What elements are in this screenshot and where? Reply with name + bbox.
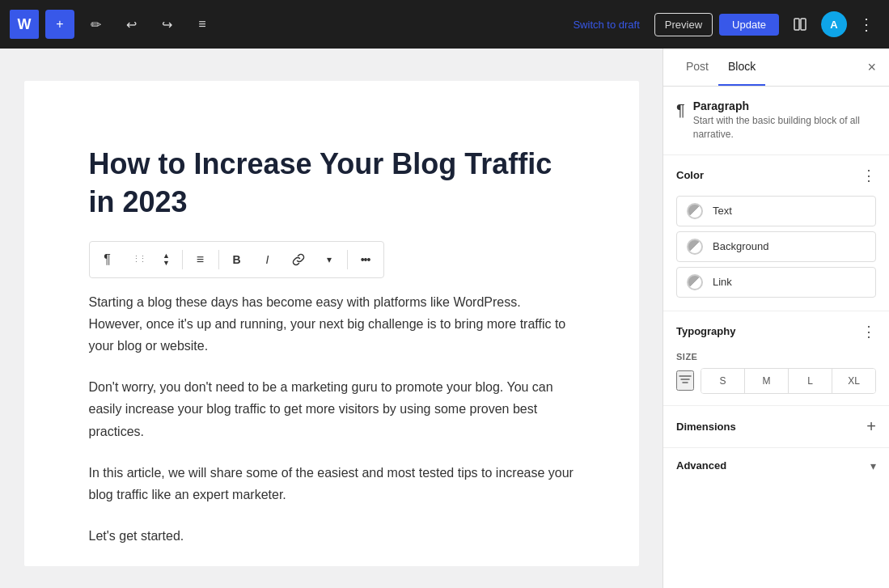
svg-rect-1 — [801, 19, 806, 30]
color-section-header: Color ⋮ — [663, 155, 889, 196]
update-button[interactable]: Update — [719, 14, 779, 36]
toolbar-divider-1 — [182, 250, 183, 269]
bold-button[interactable]: B — [222, 245, 252, 274]
advanced-section-header[interactable]: Advanced ▾ — [663, 448, 889, 484]
link-button[interactable] — [284, 245, 313, 274]
color-label-link: Link — [713, 276, 732, 288]
sidebar-close-button[interactable]: × — [867, 59, 876, 76]
size-xl-button[interactable]: XL — [832, 369, 875, 393]
color-swatch-text — [687, 203, 703, 219]
sidebar-tabs: Post Block × — [663, 49, 889, 87]
editor-canvas: How to Increase Your Blog Traffic in 202… — [24, 81, 639, 566]
color-label-background: Background — [713, 240, 768, 252]
block-info: ¶ Paragraph Start with the basic buildin… — [663, 87, 889, 155]
size-controls: S M L XL — [663, 368, 889, 394]
color-label-text: Text — [713, 205, 732, 217]
preview-button[interactable]: Preview — [654, 13, 713, 36]
italic-button[interactable]: I — [253, 245, 282, 274]
tab-post[interactable]: Post — [676, 49, 718, 86]
typography-section: Typography ⋮ SIZE S M L XL — [663, 311, 889, 406]
size-label: SIZE — [663, 352, 889, 362]
toolbar-divider-3 — [347, 250, 348, 269]
move-up-button[interactable]: ▲ ▼ — [155, 245, 179, 274]
post-title[interactable]: How to Increase Your Blog Traffic in 202… — [89, 146, 574, 222]
options-button[interactable]: ••• — [351, 245, 380, 274]
redo-button[interactable]: ↪ — [152, 10, 181, 39]
drag-handle-button[interactable]: ⋮⋮ — [124, 245, 153, 274]
switch-draft-button[interactable]: Switch to draft — [565, 14, 647, 36]
size-s-button[interactable]: S — [701, 369, 745, 393]
editor-area: How to Increase Your Blog Traffic in 202… — [0, 49, 663, 588]
more-rich-text-button[interactable]: ▾ — [315, 245, 344, 274]
toolbar-divider-2 — [218, 250, 219, 269]
size-m-button[interactable]: M — [745, 369, 789, 393]
dimensions-add-button[interactable]: + — [866, 417, 876, 436]
undo-button[interactable]: ↩ — [116, 10, 146, 39]
color-item-text[interactable]: Text — [676, 196, 876, 226]
color-item-link[interactable]: Link — [676, 267, 876, 298]
color-items: Text Background Link — [663, 196, 889, 311]
top-toolbar: W + ✏ ↩ ↪ ≡ Switch to draft Preview Upda… — [0, 0, 889, 49]
block-type-desc: Start with the basic building block of a… — [693, 114, 876, 142]
dimensions-section: Dimensions + — [663, 406, 889, 448]
color-section: Color ⋮ Text Background Link — [663, 155, 889, 311]
color-section-title: Color — [676, 169, 704, 181]
size-l-button[interactable]: L — [789, 369, 832, 393]
color-item-background[interactable]: Background — [676, 231, 876, 262]
block-info-text: Paragraph Start with the basic building … — [693, 99, 876, 142]
top-bar-right-actions: Switch to draft Preview Update A ⋮ — [565, 10, 879, 39]
color-more-button[interactable]: ⋮ — [861, 167, 876, 184]
color-swatch-link — [687, 274, 703, 290]
list-view-button[interactable]: ≡ — [188, 10, 217, 39]
advanced-section: Advanced ▾ — [663, 448, 889, 484]
size-filter-button[interactable] — [676, 370, 694, 391]
tab-block[interactable]: Block — [718, 49, 765, 86]
typography-more-button[interactable]: ⋮ — [861, 323, 876, 341]
typography-section-header: Typography ⋮ — [663, 311, 889, 352]
main-layout: How to Increase Your Blog Traffic in 202… — [0, 49, 889, 588]
layout-button[interactable] — [785, 10, 815, 39]
block-toolbar: ¶ ⋮⋮ ▲ ▼ ≡ B I — [89, 241, 384, 278]
align-button[interactable]: ≡ — [186, 245, 215, 274]
dimensions-section-title: Dimensions — [676, 421, 736, 433]
block-type-title: Paragraph — [693, 99, 876, 112]
more-options-button[interactable]: ⋮ — [853, 11, 879, 37]
dimensions-section-header[interactable]: Dimensions + — [663, 406, 889, 447]
svg-rect-0 — [794, 19, 799, 30]
typography-section-title: Typography — [676, 325, 735, 337]
color-swatch-background — [687, 239, 703, 255]
wp-logo-icon[interactable]: W — [10, 10, 39, 39]
advanced-section-title: Advanced — [676, 459, 726, 472]
add-block-button[interactable]: + — [45, 10, 74, 39]
right-sidebar: Post Block × ¶ Paragraph Start with the … — [663, 49, 889, 588]
paragraph-type-button[interactable]: ¶ — [93, 245, 122, 274]
paragraph-2: Don't worry, you don't need to be a mark… — [89, 376, 574, 442]
astra-icon[interactable]: A — [821, 11, 847, 37]
paragraph-1: Starting a blog these days has become ea… — [89, 291, 574, 357]
paragraph-4: Let's get started. — [89, 525, 574, 547]
size-button-group: S M L XL — [701, 368, 876, 394]
paragraph-3: In this article, we will share some of t… — [89, 462, 574, 506]
block-type-icon: ¶ — [676, 101, 685, 120]
advanced-chevron-icon: ▾ — [870, 459, 876, 472]
edit-button[interactable]: ✏ — [81, 10, 110, 39]
